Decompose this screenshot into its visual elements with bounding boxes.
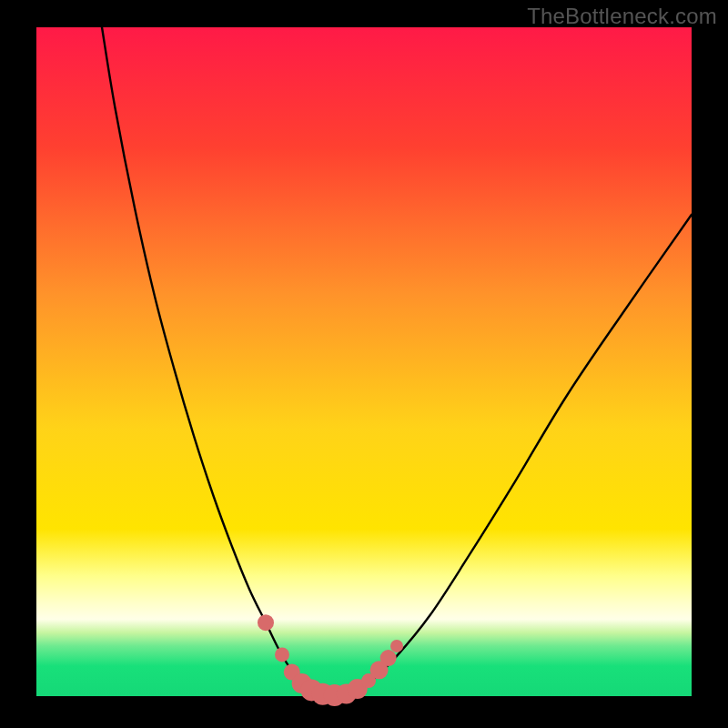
chart-svg [0,0,728,728]
plot-background [36,27,692,696]
curve-marker [258,614,274,631]
curve-marker [380,650,397,666]
chart-frame: { "watermark": "TheBottleneck.com", "col… [0,0,728,728]
curve-marker [275,647,289,662]
watermark-text: TheBottleneck.com [527,4,717,29]
curve-marker [390,640,403,652]
